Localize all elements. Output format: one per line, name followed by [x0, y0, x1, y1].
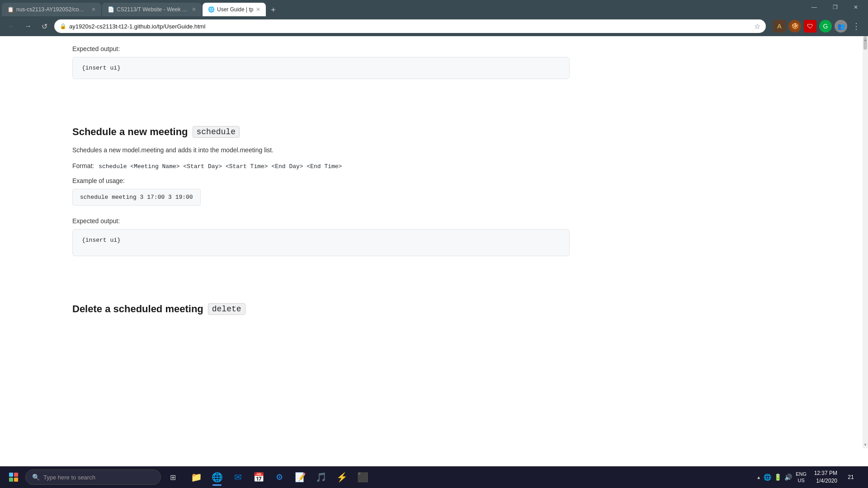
menu-button[interactable]: ⋮	[850, 20, 863, 33]
up-arrow-tray-icon[interactable]: ▲	[756, 475, 761, 480]
bookmark-icon[interactable]: ☆	[754, 22, 760, 31]
lock-icon: 🔒	[60, 23, 66, 29]
taskview-icon: ⊞	[170, 473, 176, 482]
language-indicator[interactable]: ENG US	[796, 471, 807, 484]
tab2-favicon: 📄	[108, 6, 114, 13]
browser-chrome: 📋 nus-cs2113-AY1920S2/commu... ✕ 📄 CS211…	[0, 0, 868, 36]
notification-button[interactable]: 21	[841, 467, 861, 487]
schedule-code-block: {insert ui}	[72, 229, 570, 256]
tab1-favicon: 📋	[7, 6, 14, 13]
schedule-heading-text: Schedule a new meeting	[72, 126, 188, 138]
clock-date: 1/4/2020	[816, 477, 837, 485]
taskbar-outlook[interactable]: ✉	[228, 467, 248, 487]
tab3-close[interactable]: ✕	[256, 6, 260, 13]
spacer-2	[72, 263, 570, 285]
format-label: Format:	[72, 162, 94, 169]
tab-2[interactable]: 📄 CS2113/T Website - Week 11 - P... ✕	[102, 3, 202, 16]
address-bar[interactable]: 🔒 ay1920s2-cs2113t-t12-1.github.io/tp/Us…	[54, 19, 766, 33]
close-button[interactable]: ✕	[845, 0, 866, 16]
windows-logo-icon	[9, 473, 18, 482]
settings-icon: ⚙	[276, 472, 283, 482]
format-line: Format: schedule <Meeting Name> <Start D…	[72, 162, 570, 170]
ext-icon-2[interactable]: 🍪	[788, 20, 801, 33]
minimize-button[interactable]: —	[804, 0, 825, 16]
notification-count: 21	[848, 474, 854, 480]
tab3-title: User Guide | tp	[217, 6, 253, 13]
taskbar-terminal[interactable]: ⬛	[353, 467, 373, 487]
tab1-close[interactable]: ✕	[91, 6, 96, 13]
taskbar-file-explorer[interactable]: 📁	[186, 467, 206, 487]
angular-icon: ⚡	[336, 472, 348, 483]
tabs-row: 📋 nus-cs2113-AY1920S2/commu... ✕ 📄 CS211…	[0, 0, 868, 16]
start-button[interactable]	[4, 467, 24, 487]
schedule-expected-label: Expected output:	[72, 217, 570, 225]
content-inner: Expected output: {insert ui} Schedule a …	[72, 36, 570, 315]
battery-icon[interactable]: 🔋	[774, 474, 782, 481]
network-icon[interactable]: 🌐	[764, 474, 771, 481]
format-code: schedule <Meeting Name> <Start Day> <Sta…	[99, 163, 342, 170]
system-tray: ▲ 🌐 🔋 🔊	[756, 474, 792, 481]
maximize-button[interactable]: ❐	[825, 0, 845, 16]
spotify-icon: 🎵	[316, 472, 327, 483]
lang-line1: ENG	[796, 471, 807, 477]
address-bar-row: ← → ↺ 🔒 ay1920s2-cs2113t-t12-1.github.io…	[0, 16, 868, 36]
schedule-description: Schedules a new model.meeting and adds i…	[72, 145, 570, 155]
page-content: Expected output: {insert ui} Schedule a …	[0, 36, 868, 448]
scrollbar-track[interactable]: ▲ ▼	[863, 36, 868, 448]
ext-icon-3[interactable]: 🛡	[804, 20, 816, 33]
taskbar-search[interactable]: 🔍 Type here to search	[25, 469, 161, 485]
system-clock[interactable]: 12:37 PM 1/4/2020	[810, 469, 837, 485]
calendar-app-icon: 📅	[253, 472, 264, 483]
tab3-favicon: 🌐	[208, 6, 214, 13]
terminal-icon: ⬛	[357, 472, 368, 483]
taskbar-right: ▲ 🌐 🔋 🔊 ENG US 12:37 PM 1/4/2020 21	[756, 467, 864, 487]
tab1-title: nus-cs2113-AY1920S2/commu...	[16, 6, 89, 13]
taskbar-search-icon: 🔍	[32, 474, 40, 481]
taskbar-calendar[interactable]: 📅	[249, 467, 269, 487]
taskview-button[interactable]: ⊞	[163, 467, 183, 487]
top-expected-label: Expected output:	[72, 45, 570, 52]
taskbar-angular[interactable]: ⚡	[332, 467, 352, 487]
example-label: Example of usage:	[72, 177, 570, 184]
refresh-button[interactable]: ↺	[38, 20, 51, 33]
delete-command-badge: delete	[208, 303, 245, 315]
browser-extensions: A 🍪 🛡 G 👥 ⋮	[773, 20, 863, 33]
forward-button[interactable]: →	[22, 20, 34, 33]
taskbar-settings[interactable]: ⚙	[269, 467, 289, 487]
new-tab-button[interactable]: +	[267, 4, 279, 16]
delete-section: Delete a scheduled meeting delete	[72, 303, 570, 315]
ext-icon-5[interactable]: 👥	[835, 20, 847, 33]
tab-1[interactable]: 📋 nus-cs2113-AY1920S2/commu... ✕	[2, 3, 101, 16]
taskbar-app-items: 📁 🌐 ✉ 📅 ⚙ 📝 🎵 ⚡ ⬛	[186, 467, 373, 487]
ext-icon-1[interactable]: A	[773, 20, 786, 33]
tab2-close[interactable]: ✕	[192, 6, 196, 13]
sticky-notes-icon: 📝	[295, 472, 306, 483]
outlook-icon: ✉	[234, 472, 242, 483]
clock-time: 12:37 PM	[814, 469, 837, 477]
spacer-1	[72, 86, 570, 108]
taskbar-search-text: Type here to search	[43, 474, 95, 481]
volume-icon[interactable]: 🔊	[784, 474, 792, 481]
chrome-icon: 🌐	[212, 472, 223, 483]
taskbar-spotify[interactable]: 🎵	[311, 467, 331, 487]
back-button[interactable]: ←	[5, 20, 18, 33]
content-area: Expected output: {insert ui} Schedule a …	[0, 36, 868, 448]
window-controls: — ❐ ✕	[804, 0, 866, 16]
ext-icon-4[interactable]: G	[819, 20, 832, 33]
lang-line2: US	[796, 477, 807, 483]
taskbar-chrome[interactable]: 🌐	[207, 467, 227, 487]
tab-3[interactable]: 🌐 User Guide | tp ✕	[203, 3, 266, 16]
schedule-section: Schedule a new meeting schedule Schedule…	[72, 126, 570, 256]
taskbar: 🔍 Type here to search ⊞ 📁 🌐 ✉ 📅 ⚙ 📝 🎵 ⚡	[0, 466, 868, 488]
address-text: ay1920s2-cs2113t-t12-1.github.io/tp/User…	[69, 23, 751, 30]
delete-heading-text: Delete a scheduled meeting	[72, 303, 203, 315]
scrollbar-up-arrow[interactable]: ▲	[863, 36, 868, 43]
scrollbar-down-arrow[interactable]: ▼	[863, 441, 868, 448]
tab2-title: CS2113/T Website - Week 11 - P...	[117, 6, 189, 13]
taskbar-sticky-notes[interactable]: 📝	[290, 467, 310, 487]
delete-heading: Delete a scheduled meeting delete	[72, 303, 570, 315]
browser-body: Expected output: {insert ui} Schedule a …	[0, 36, 868, 448]
schedule-heading: Schedule a new meeting schedule	[72, 126, 570, 138]
file-explorer-icon: 📁	[191, 472, 202, 483]
top-code-block: {insert ui}	[72, 57, 570, 79]
